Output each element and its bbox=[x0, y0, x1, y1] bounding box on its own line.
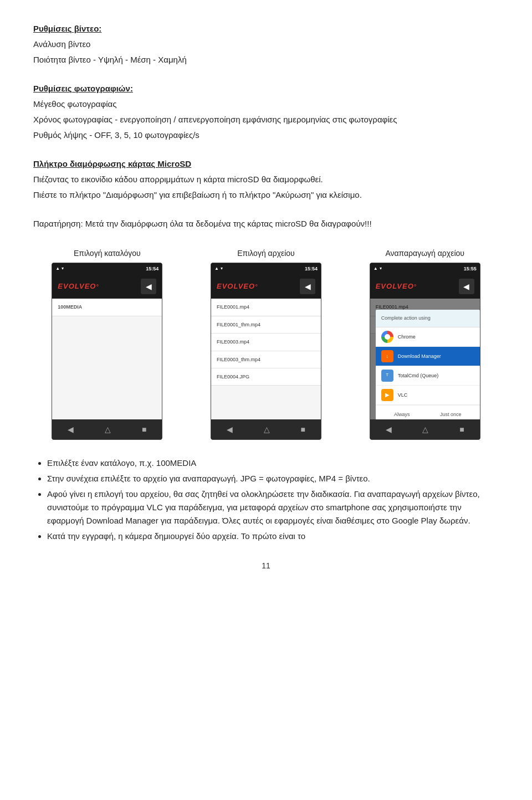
logo-accent-3: ° bbox=[414, 284, 417, 290]
file-row[interactable]: FILE0001.mp4 bbox=[211, 299, 321, 316]
status-time-2: 15:54 bbox=[305, 265, 318, 273]
phone-header-2: EVOLVEO° ◀ bbox=[211, 274, 321, 299]
phone-header-3: EVOLVEO° ◀ bbox=[370, 274, 480, 299]
file-row[interactable]: FILE0004.JPG bbox=[211, 368, 321, 386]
screenshot-col-1: Επιλογή καταλόγου ▲ ▾ 15:54 EVOLVEO° ◀ bbox=[33, 247, 181, 440]
nav-back-2[interactable]: ◀ bbox=[227, 423, 233, 435]
chrome-label: Chrome bbox=[398, 333, 416, 341]
complete-action-dialog: Complete action using Chrome ↓ Download … bbox=[376, 310, 480, 419]
phone-screen-1: ▲ ▾ 15:54 EVOLVEO° ◀ 100MEDIA bbox=[52, 263, 162, 440]
wifi-icon-2: ▾ bbox=[221, 265, 223, 273]
phone-navbar-2: ◀ △ ■ bbox=[211, 419, 321, 439]
totalcmd-icon: T bbox=[381, 370, 393, 382]
logo-text-1: EVOLVEO bbox=[58, 282, 96, 290]
totalcmd-label: TotalCmd (Queue) bbox=[398, 372, 439, 380]
status-bar-2: ▲ ▾ 15:54 bbox=[211, 263, 321, 274]
microsd-title: Πλήκτρο διαμόρφωσης κάρτας MicroSD bbox=[33, 157, 499, 171]
status-icons-2: ▲ ▾ bbox=[214, 265, 223, 273]
photo-size: Μέγεθος φωτογραφίας bbox=[33, 98, 499, 111]
dialog-title: Complete action using bbox=[376, 310, 480, 327]
file-row[interactable]: FILE0003_thm.mp4 bbox=[211, 351, 321, 368]
bullet-list: Επιλέξτε έναν κατάλογο, π.χ. 100MEDIAΣτη… bbox=[33, 457, 499, 543]
evolveo-logo-2: EVOLVEO° bbox=[217, 281, 258, 293]
vlc-icon: ▶ bbox=[381, 389, 393, 401]
dialog-item-totalcmd[interactable]: T TotalCmd (Queue) bbox=[376, 366, 480, 386]
screenshot-label-2: Επιλογή αρχείου bbox=[237, 247, 295, 259]
dialog-buttons: Always Just once bbox=[376, 405, 480, 420]
page-content: Ρυθμίσεις βίντεο: Ανάλυση βίντεο Ποιότητ… bbox=[33, 22, 499, 572]
logo-text-3: EVOLVEO bbox=[376, 282, 414, 290]
phone-header-1: EVOLVEO° ◀ bbox=[52, 274, 162, 299]
bullet-item-3: Κατά την εγγραφή, η κάμερα δημιουργεί δύ… bbox=[47, 530, 499, 543]
phone-screen-2: ▲ ▾ 15:54 EVOLVEO° ◀ FILE0001.mp4FILE000… bbox=[211, 263, 321, 440]
screenshot-label-3: Αναπαραγωγή αρχείου bbox=[385, 247, 464, 259]
screenshot-col-3: Αναπαραγωγή αρχείου ▲ ▾ 15:55 EVOLVEO° ◀ bbox=[351, 247, 499, 440]
phone-content-2: FILE0001.mp4FILE0001_thm.mp4FILE0003.mp4… bbox=[211, 299, 321, 419]
signal-icon: ▲ bbox=[55, 265, 60, 273]
signal-icon-2: ▲ bbox=[214, 265, 219, 273]
nav-home-3[interactable]: △ bbox=[422, 423, 428, 435]
phone-navbar-3: ◀ △ ■ bbox=[370, 419, 480, 439]
photo-rate: Ρυθμός λήψης - OFF, 3, 5, 10 φωτογραφίες… bbox=[33, 129, 499, 142]
nav-home-2[interactable]: △ bbox=[264, 423, 270, 435]
dialog-item-chrome[interactable]: Chrome bbox=[376, 327, 480, 347]
bullet-section: Επιλέξτε έναν κατάλογο, π.χ. 100MEDIAΣτη… bbox=[33, 457, 499, 543]
screenshot-label-1: Επιλογή καταλόγου bbox=[74, 247, 141, 259]
microsd-text1: Πιέζοντας το εικονίδιο κάδου απορριμμάτω… bbox=[33, 173, 499, 186]
file-list-1: 100MEDIA bbox=[52, 299, 162, 316]
nav-menu-2[interactable]: ■ bbox=[301, 423, 305, 435]
video-quality: Ποιότητα βίντεο - Υψηλή - Μέση - Χαμηλή bbox=[33, 53, 499, 66]
status-bar-1: ▲ ▾ 15:54 bbox=[52, 263, 162, 274]
status-time-3: 15:55 bbox=[464, 265, 477, 273]
microsd-text2: Πιέστε το πλήκτρο "Διαμόρφωση" για επιβε… bbox=[33, 188, 499, 202]
logo-accent-1: ° bbox=[96, 284, 99, 290]
dlmanager-icon: ↓ bbox=[381, 350, 393, 362]
screenshots-section: Επιλογή καταλόγου ▲ ▾ 15:54 EVOLVEO° ◀ bbox=[33, 247, 499, 440]
nav-home-1[interactable]: △ bbox=[105, 423, 111, 435]
bullet-item-1: Στην συνέχεια επιλέξτε το αρχείο για ανα… bbox=[47, 472, 499, 485]
video-settings-title: Ρυθμίσεις βίντεο: bbox=[33, 22, 499, 35]
phone-navbar-1: ◀ △ ■ bbox=[52, 419, 162, 439]
back-button-1[interactable]: ◀ bbox=[141, 279, 156, 294]
wifi-icon: ▾ bbox=[62, 265, 64, 273]
logo-text-2: EVOLVEO bbox=[217, 282, 255, 290]
nav-back-3[interactable]: ◀ bbox=[386, 423, 392, 435]
page-number: 11 bbox=[33, 560, 499, 572]
file-list-2: FILE0001.mp4FILE0001_thm.mp4FILE0003.mp4… bbox=[211, 299, 321, 386]
phone-content-1: 100MEDIA bbox=[52, 299, 162, 419]
dialog-item-dlmanager[interactable]: ↓ Download Manager bbox=[376, 347, 480, 366]
dialog-item-vlc[interactable]: ▶ VLC bbox=[376, 386, 480, 405]
back-button-3[interactable]: ◀ bbox=[459, 279, 474, 294]
bullet-item-0: Επιλέξτε έναν κατάλογο, π.χ. 100MEDIA bbox=[47, 457, 499, 470]
screenshots-row: Επιλογή καταλόγου ▲ ▾ 15:54 EVOLVEO° ◀ bbox=[33, 247, 499, 440]
always-button[interactable]: Always bbox=[388, 409, 416, 420]
photo-settings-title: Ρυθμίσεις φωτογραφιών: bbox=[33, 82, 499, 95]
phone-content-3: FILE0001.mp4 FIL... Complete action usin… bbox=[370, 299, 480, 419]
nav-back-1[interactable]: ◀ bbox=[68, 423, 74, 435]
status-time-1: 15:54 bbox=[146, 265, 158, 273]
dialog-overlay: Complete action using Chrome ↓ Download … bbox=[370, 299, 480, 419]
microsd-text3: Παρατήρηση: Μετά την διαμόρφωση όλα τα δ… bbox=[33, 217, 499, 230]
status-icons-1: ▲ ▾ bbox=[55, 265, 64, 273]
photo-timer: Χρόνος φωτογραφίας - ενεργοποίηση / απεν… bbox=[33, 113, 499, 126]
nav-menu-3[interactable]: ■ bbox=[459, 423, 464, 435]
logo-accent-2: ° bbox=[255, 284, 258, 290]
wifi-icon-3: ▾ bbox=[380, 265, 382, 273]
status-icons-3: ▲ ▾ bbox=[374, 265, 382, 273]
bullet-item-2: Αφού γίνει η επιλογή του αρχείου, θα σας… bbox=[47, 488, 499, 527]
file-row[interactable]: FILE0001_thm.mp4 bbox=[211, 316, 321, 334]
file-row[interactable]: FILE0003.mp4 bbox=[211, 334, 321, 351]
chrome-icon bbox=[381, 331, 393, 343]
dlmanager-label: Download Manager bbox=[398, 352, 441, 360]
video-resolution: Ανάλυση βίντεο bbox=[33, 38, 499, 51]
just-once-button[interactable]: Just once bbox=[434, 409, 467, 420]
back-button-2[interactable]: ◀ bbox=[300, 279, 315, 294]
screenshot-col-2: Επιλογή αρχείου ▲ ▾ 15:54 EVOLVEO° ◀ bbox=[192, 247, 340, 440]
vlc-label: VLC bbox=[398, 391, 408, 399]
phone-screen-3: ▲ ▾ 15:55 EVOLVEO° ◀ FILE bbox=[370, 263, 480, 440]
nav-menu-1[interactable]: ■ bbox=[142, 423, 146, 435]
signal-icon-3: ▲ bbox=[374, 265, 378, 273]
folder-row-1[interactable]: 100MEDIA bbox=[52, 299, 162, 316]
evolveo-logo-3: EVOLVEO° bbox=[376, 281, 417, 293]
evolveo-logo-1: EVOLVEO° bbox=[58, 281, 99, 293]
